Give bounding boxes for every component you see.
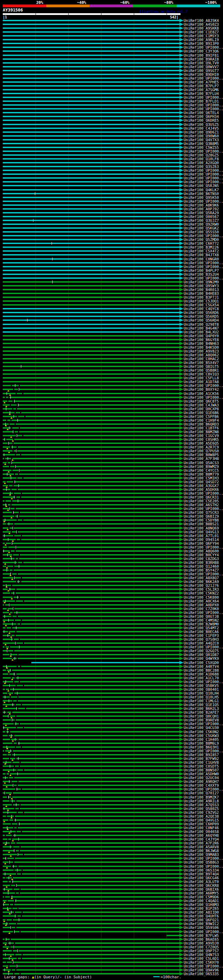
arrowhead-icon: [180, 514, 184, 518]
gap-notch: [7, 401, 8, 402]
gap-tick: [12, 542, 12, 545]
arrowhead-icon: [180, 622, 184, 626]
gap-notch: [14, 704, 16, 705]
gap-notch: [13, 523, 14, 525]
alignment-bar: [3, 627, 180, 628]
gap-tick: [19, 822, 19, 825]
gap-notch: [11, 470, 13, 471]
alignment-bar: [3, 177, 180, 179]
gap-notch: [21, 915, 22, 917]
gap-notch: [13, 608, 14, 609]
gap-tick: [18, 676, 18, 679]
arrowhead-icon: [180, 288, 184, 291]
arrowhead-icon: [180, 865, 184, 868]
gap-notch: [17, 827, 18, 829]
arrowhead-icon: [180, 103, 184, 107]
gap-notch: [13, 389, 14, 390]
arrowhead-icon: [180, 638, 184, 641]
arrowhead-icon: [180, 176, 184, 180]
alignment-bar: [3, 712, 180, 713]
alignment-bar: [3, 116, 180, 117]
gap-notch: [6, 919, 6, 921]
gap-tick: [33, 219, 34, 222]
gap-notch: [16, 769, 18, 771]
arrowhead-icon: [180, 572, 184, 576]
alignment-bar: [3, 816, 180, 817]
large-gaps-legend: Large gaps: ▲(in Query)/- (in Subject): [4, 975, 92, 979]
gap-notch: [13, 493, 14, 494]
arrowhead-icon: [180, 234, 184, 237]
gap-notch: [11, 616, 13, 617]
gap-notch: [10, 885, 11, 886]
arrowhead-icon: [180, 99, 184, 103]
gap-notch: [13, 650, 14, 651]
alignment-bar: [3, 335, 180, 337]
alignment-bar: [3, 304, 180, 305]
alignment-bar: [3, 316, 180, 317]
alignment-bar: [3, 485, 180, 486]
alignment-bar: [3, 454, 180, 455]
gap-notch: [14, 592, 16, 594]
alignment-bar: [3, 308, 180, 309]
gap-notch: [5, 835, 6, 836]
arrowhead-icon: [180, 226, 184, 230]
alignment-bar: [3, 515, 180, 517]
arrowhead-icon: [180, 764, 184, 768]
alignment-bar: [3, 427, 180, 429]
alignment-bar: [3, 800, 180, 802]
gap-notch: [22, 393, 23, 394]
gap-tick: [13, 784, 13, 787]
alignment-bar: [3, 838, 180, 840]
gap-notch: [22, 562, 23, 563]
gap-notch: [8, 923, 9, 924]
arrowhead-icon: [180, 280, 184, 284]
gap-notch: [17, 658, 18, 659]
arrowhead-icon: [180, 565, 184, 568]
scale-percent-label: ~80%: [164, 0, 173, 4]
arrowhead-icon: [180, 776, 184, 780]
arrowhead-icon: [180, 818, 184, 822]
alignment-bar: [3, 458, 180, 459]
arrowhead-icon: [180, 745, 184, 749]
gap-tick: [10, 588, 10, 591]
alignment-bar: [3, 331, 180, 333]
arrowhead-icon: [180, 265, 184, 268]
alignment-bar: [3, 804, 180, 805]
alignment-bar: [3, 915, 180, 917]
gap-notch: [17, 489, 18, 490]
alignment-bar: [3, 877, 180, 878]
alignment-bar: [3, 781, 180, 782]
gap-notch: [7, 838, 8, 840]
gap-tick: [5, 696, 5, 698]
alignment-bar: [3, 850, 180, 851]
alignment-bar: [3, 474, 180, 475]
scale-segment: [133, 5, 176, 7]
alignment-bar: [3, 158, 180, 159]
gap-tick: [18, 950, 18, 952]
arrowhead-icon: [180, 207, 184, 211]
alignment-bar: [3, 966, 180, 967]
gap-notch: [15, 758, 16, 759]
arrowhead-icon: [180, 676, 184, 679]
gap-notch: [16, 831, 17, 832]
alignment-bar: [3, 950, 180, 951]
arrowhead-icon: [180, 211, 184, 215]
arrowhead-icon: [180, 407, 184, 410]
alignment-bar: [3, 254, 180, 256]
gap-notch: [22, 477, 23, 479]
arrowhead-icon: [180, 522, 184, 526]
hit-label[interactable]: UniRef100_O65335: [184, 972, 219, 976]
alignment-bar: [3, 493, 180, 494]
arrowhead-icon: [180, 903, 184, 906]
query-accession: AY391506: [3, 8, 23, 13]
gap-notch: [12, 804, 13, 805]
alignment-bar: [3, 442, 180, 444]
gap-notch: [12, 919, 13, 921]
gap-notch: [8, 673, 10, 675]
arrowhead-icon: [180, 338, 184, 341]
arrowhead-icon: [180, 57, 184, 61]
alignment-bar: [3, 354, 180, 356]
gap-notch: [17, 784, 18, 786]
arrowhead-icon: [180, 634, 184, 637]
gap-notch: [13, 931, 14, 932]
